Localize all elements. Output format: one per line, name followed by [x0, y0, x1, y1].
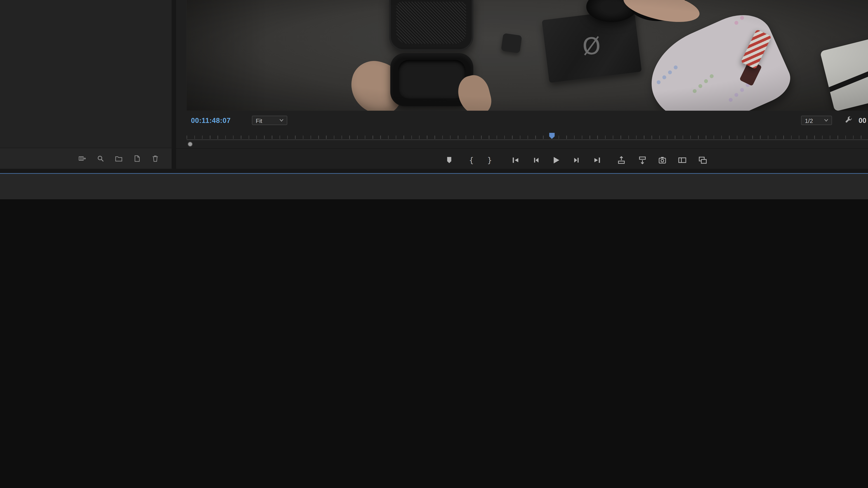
new-bin-icon — [114, 154, 123, 163]
add-marker-icon — [444, 155, 454, 165]
play-icon — [551, 155, 561, 165]
project-panel — [0, 0, 172, 169]
svg-text:{: { — [469, 156, 473, 164]
step-forward-button[interactable] — [569, 153, 583, 166]
program-video-preview: Ø Ø — [186, 0, 868, 111]
scrubber-track — [186, 139, 868, 140]
new-item-button[interactable] — [131, 153, 142, 164]
ruler-timecode-label: 00:11:34:09 — [237, 198, 267, 199]
ruler-timecode-label: 00:11:49:08 — [421, 198, 451, 199]
new-item-icon — [133, 154, 141, 163]
ruler-timecode-label: 00:11:19:09 — [53, 198, 83, 199]
go-to-out-icon — [592, 155, 601, 165]
new-bin-button[interactable] — [113, 153, 124, 164]
export-frame-button[interactable] — [655, 153, 669, 166]
go-to-in-icon — [510, 155, 520, 165]
extract-button[interactable] — [636, 153, 649, 166]
zoom-level-select[interactable]: Fit — [252, 116, 287, 125]
scrubber-ticks — [186, 135, 868, 139]
transport-bar: {} — [176, 148, 868, 169]
settings-wrench-button[interactable] — [844, 116, 854, 126]
zoom-level-value: Fit — [256, 117, 262, 124]
clear-icon — [151, 154, 159, 163]
clear-button[interactable] — [149, 153, 160, 164]
mark-out-icon: } — [485, 155, 494, 165]
program-scrubber[interactable] — [186, 132, 868, 148]
find-icon — [96, 154, 104, 163]
step-back-button[interactable] — [529, 153, 542, 166]
extract-icon — [638, 155, 647, 165]
ruler-timecode-label: 00:11:24:09 — [114, 198, 144, 199]
program-duration-timecode[interactable]: 00 — [859, 117, 866, 125]
comparison-view-icon — [677, 155, 687, 165]
ruler-timecode-label: 00:11:39:09 — [298, 198, 328, 199]
automate-to-sequence-icon — [78, 154, 86, 163]
wrench-icon — [844, 116, 853, 125]
project-bin-area[interactable] — [0, 0, 172, 148]
mark-in-button[interactable]: { — [465, 153, 478, 166]
ruler-timecode-label: 00:11:44:08 — [359, 198, 390, 199]
chevron-down-icon — [825, 119, 828, 122]
export-frame-icon — [657, 155, 667, 165]
comparison-view-button[interactable] — [675, 153, 689, 166]
app-root: Ø Ø 00:11:48:07 Fi — [0, 0, 868, 199]
step-back-icon — [531, 155, 541, 165]
playback-resolution-select[interactable]: 1/2 — [801, 116, 832, 125]
ruler-timecode-label: 00:11:14:09 — [0, 198, 21, 199]
multi-camera-icon — [698, 155, 707, 165]
playback-resolution-value: 1/2 — [805, 117, 813, 124]
scrubber-zoom-handle-left[interactable] — [188, 142, 193, 147]
find-button[interactable] — [95, 153, 106, 164]
ruler-timecode-label: 00:11:29:09 — [175, 198, 206, 199]
mark-in-icon: { — [466, 155, 476, 165]
project-panel-toolbar — [0, 148, 172, 169]
step-forward-icon — [572, 155, 581, 165]
ruler-timecode-label: 00:12:19:07 — [789, 198, 819, 199]
automate-to-sequence-button[interactable] — [76, 153, 88, 164]
program-current-timecode[interactable]: 00:11:48:07 — [191, 117, 231, 125]
play-button[interactable] — [549, 153, 562, 166]
timeline-panel: 00:11:14:0900:11:19:0900:11:24:0900:11:2… — [0, 173, 868, 199]
ruler-timecode-label: 00:12:24:07 — [850, 198, 868, 199]
lift-icon — [616, 155, 626, 165]
mark-out-button[interactable]: } — [483, 153, 496, 166]
chevron-down-icon — [280, 119, 283, 122]
video-vignette — [186, 0, 868, 111]
ruler-timecode-label: 00:11:59:08 — [544, 198, 574, 199]
go-to-in-button[interactable] — [509, 153, 522, 166]
ruler-timecode-label: 00:12:14:08 — [727, 198, 758, 199]
ruler-timecode-label: 00:12:09:08 — [666, 198, 697, 199]
ruler-timecode-label: 00:12:04:08 — [604, 198, 635, 199]
multi-camera-button[interactable] — [696, 153, 709, 166]
ruler-timecode-label: 00:11:54:08 — [482, 198, 512, 199]
timeline-ruler[interactable]: 00:11:14:0900:11:19:0900:11:24:0900:11:2… — [0, 174, 868, 199]
go-to-out-button[interactable] — [590, 153, 603, 166]
add-marker-button[interactable] — [442, 153, 456, 166]
svg-text:}: } — [487, 156, 492, 164]
program-monitor-panel: Ø Ø 00:11:48:07 Fi — [176, 0, 868, 169]
lift-button[interactable] — [614, 153, 628, 166]
